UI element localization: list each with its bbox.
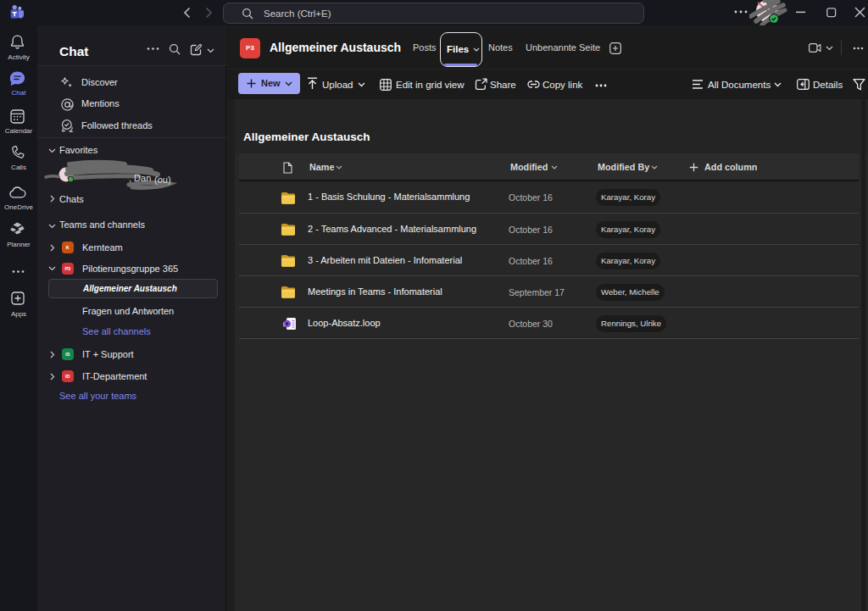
svg-text:(ou): (ou)	[154, 175, 171, 185]
svg-text:, Dan: , Dan	[129, 173, 151, 183]
